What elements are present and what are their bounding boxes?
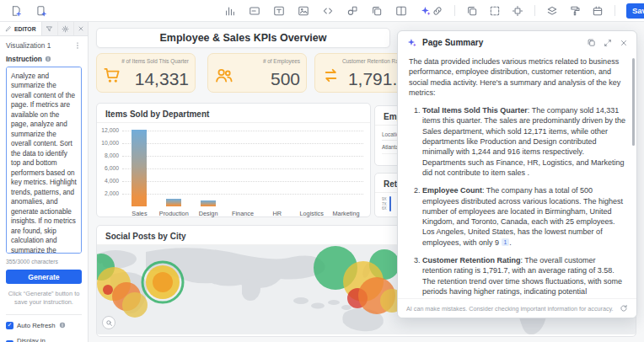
gridline — [122, 143, 363, 144]
retention-arrows-icon — [321, 66, 341, 85]
summary-header: Page Summary — [398, 31, 636, 54]
top-toolbar: Save — [0, 0, 644, 22]
shapes-icon[interactable] — [346, 5, 358, 17]
people-icon — [214, 66, 233, 85]
editor-sidebar: EDITOR Visualization 1 Instruction Analy… — [0, 22, 89, 342]
tab-editor[interactable]: EDITOR — [0, 22, 42, 35]
bar-design[interactable] — [201, 200, 216, 206]
cart-icon — [103, 66, 122, 85]
image-icon[interactable] — [298, 5, 309, 17]
generate-button[interactable]: Generate — [6, 270, 82, 284]
toolbar-divider — [614, 5, 615, 16]
ai-sparkle-icon — [406, 37, 417, 48]
gridline — [122, 168, 363, 169]
toolbar-divider — [534, 5, 535, 16]
character-count: 355/3000 characters — [6, 259, 82, 265]
expand-icon[interactable] — [604, 38, 612, 47]
auto-refresh-row[interactable]: Auto Refresh — [6, 322, 82, 329]
ai-disclaimer: AI can make mistakes. Consider checking … — [406, 305, 614, 313]
dashboard-title: Employee & Sales KPIs Overview — [96, 28, 390, 48]
gridline — [122, 131, 363, 131]
summary-title: Page Summary — [422, 38, 483, 47]
layers-icon[interactable] — [546, 5, 558, 17]
component-icon[interactable] — [512, 5, 523, 17]
gridline — [122, 194, 363, 195]
sidebar-close-button[interactable] — [74, 22, 88, 35]
summary-item: Total Items Sold This Quarter: The compa… — [422, 105, 625, 178]
pencil-icon — [5, 25, 12, 32]
y-axis-tick: 12,000 — [97, 127, 119, 133]
summary-list: Total Items Sold This Quarter: The compa… — [409, 105, 625, 298]
x-axis-label: Marketing — [324, 210, 368, 217]
retention-line — [389, 196, 392, 211]
map-zoom-button[interactable] — [102, 316, 115, 329]
gridline — [122, 156, 363, 157]
summary-body[interactable]: The data provided includes various metri… — [398, 55, 636, 298]
tab-filter[interactable] — [42, 22, 58, 35]
magnifier-icon — [105, 319, 113, 327]
toolbar-divider — [454, 5, 455, 16]
kebab-menu-icon[interactable] — [73, 41, 82, 50]
ai-sparkle-icon[interactable] — [420, 5, 432, 17]
save-button-label: Save — [632, 6, 644, 15]
bar-sales[interactable] — [131, 130, 147, 206]
bar-chart: 2,0004,0006,0008,00010,00012,000SalesPro… — [97, 123, 370, 216]
refresh-icon[interactable] — [620, 304, 628, 313]
y-axis-tick: 2,000 — [97, 190, 119, 196]
items-sold-chart-panel[interactable]: Items Sold by Department 2,0004,0006,000… — [96, 103, 371, 217]
chart-title: Items Sold by Department — [97, 104, 370, 123]
summary-item: Employee Count: The company has a total … — [422, 185, 625, 248]
card-icon[interactable] — [249, 5, 260, 17]
toolbar-insert-group — [224, 5, 432, 17]
citation-badge[interactable]: 1 — [502, 238, 510, 246]
page-summary-panel: Page Summary The data provided includes … — [397, 30, 637, 318]
add-page-icon[interactable] — [35, 5, 47, 17]
filter-icon — [46, 25, 53, 33]
toolbar-right-group: Save — [432, 3, 644, 19]
copy-icon[interactable] — [587, 38, 596, 47]
kpi-items-sold[interactable]: # of Items Sold This Quarter 14,331 — [96, 53, 196, 93]
chart-icon[interactable] — [224, 5, 236, 17]
info-icon — [45, 56, 51, 62]
kpi-value: 14,331 — [135, 69, 189, 89]
visualization-title: Visualization 1 — [6, 41, 51, 50]
tab-editor-label: EDITOR — [14, 26, 36, 32]
html-icon[interactable] — [322, 5, 334, 17]
info-icon — [59, 322, 66, 329]
kpi-employees[interactable]: # of Employees 500 — [207, 53, 307, 93]
copy-icon[interactable] — [466, 5, 478, 17]
bubble-ringed — [142, 262, 183, 302]
y-axis-tick: 8,000 — [97, 152, 119, 158]
auto-refresh-checkbox[interactable] — [6, 322, 13, 329]
auto-refresh-label: Auto Refresh — [17, 322, 56, 329]
generate-hint: Click “Generate” button to save your ins… — [6, 290, 82, 307]
y-axis-tick: 6,000 — [97, 165, 119, 171]
y-axis-tick: 4,000 — [97, 178, 119, 184]
layout-icon[interactable] — [395, 5, 407, 17]
sidebar-tab-bar: EDITOR — [0, 22, 88, 36]
sidebar-divider — [6, 314, 82, 315]
kpi-value: 500 — [271, 69, 300, 89]
bar-production[interactable] — [166, 199, 181, 206]
scrollbar-thumb[interactable] — [632, 58, 635, 146]
close-icon — [78, 25, 84, 32]
duplicate-icon[interactable] — [371, 5, 383, 17]
instruction-label: Instruction — [6, 55, 42, 63]
close-icon[interactable] — [620, 38, 628, 47]
save-button[interactable]: Save — [626, 3, 644, 19]
gridline — [122, 181, 363, 182]
toolbar-left-group — [10, 5, 47, 17]
link-icon[interactable] — [432, 5, 443, 17]
retention-axis-labels: 9X7X6X — [382, 197, 387, 211]
archive-icon[interactable] — [592, 5, 604, 17]
summary-intro: The data provided includes various metri… — [409, 56, 625, 98]
format-icon[interactable] — [569, 5, 581, 17]
summary-item: Customer Retention Rating: The overall c… — [422, 255, 625, 298]
display-consumption-row[interactable]: Display in Consumption — [6, 337, 82, 342]
text-icon[interactable] — [273, 5, 285, 17]
kpi-label: # of Items Sold This Quarter — [121, 58, 189, 64]
select-area-icon[interactable] — [489, 5, 501, 17]
add-report-icon[interactable] — [10, 5, 22, 17]
instruction-input[interactable]: Analyze and summarize the overall conten… — [6, 67, 82, 254]
tab-settings[interactable] — [58, 22, 74, 35]
